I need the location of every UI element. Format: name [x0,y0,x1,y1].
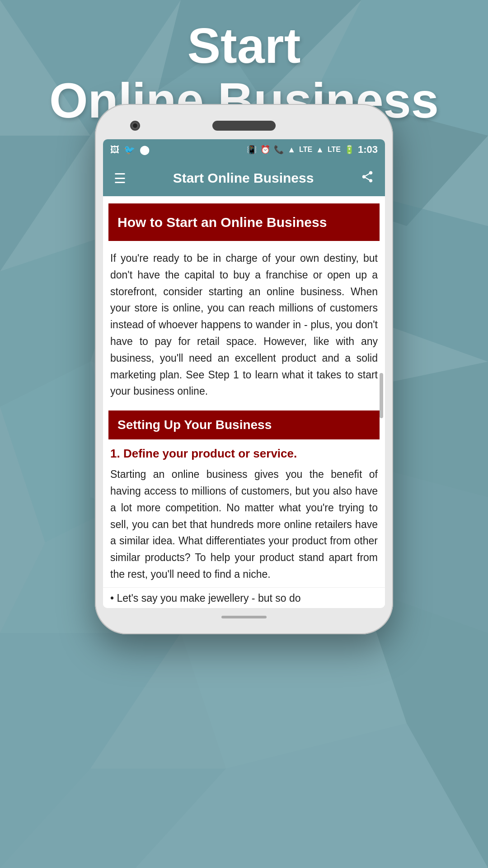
header-line1: Start [188,18,301,73]
article-main-heading: How to Start an Online Business [117,213,371,231]
camera [130,121,140,131]
step1-paragraph: Starting an online business gives you th… [110,466,378,583]
vibrate-icon: 📳 [247,145,257,155]
alarm-icon: ⏰ [260,145,270,155]
phone-screen: 🖼 🐦 ⬤ 📳 ⏰ 📞 ▲ LTE ▲ LTE 🔋 1:03 [103,139,385,608]
image-status-icon: 🖼 [110,145,119,155]
phone-outer-frame: 🖼 🐦 ⬤ 📳 ⏰ 📞 ▲ LTE ▲ LTE 🔋 1:03 [95,104,393,634]
app-bar: ☰ Start Online Business [103,160,385,196]
step1-body: Starting an online business gives you th… [103,464,385,587]
scrollbar-indicator[interactable] [380,373,383,418]
hamburger-menu-icon[interactable]: ☰ [114,170,126,186]
section-header: Setting Up Your Business [108,410,380,439]
intro-paragraph: If you're ready to be in charge of your … [110,250,378,400]
step1-header: 1. Define your product or service. [103,439,385,464]
lte2-label: LTE [328,146,341,154]
content-area: How to Start an Online Business If you'r… [103,203,385,608]
twitter-status-icon: 🐦 [124,144,135,155]
step1-heading: 1. Define your product or service. [110,447,297,460]
signal2-icon: ▲ [316,145,324,155]
status-bar-left: 🖼 🐦 ⬤ [110,144,150,155]
article-intro-text: If you're ready to be in charge of your … [103,241,385,404]
circle-status-icon: ⬤ [140,144,150,155]
app-bar-title: Start Online Business [173,170,314,186]
speaker [212,121,276,131]
step1-continuation: • Let's say you make jewellery - but so … [103,587,385,608]
camera-inner [133,123,137,128]
continuation-text: • Let's say you make jewellery - but so … [110,592,301,604]
status-time: 1:03 [358,144,378,156]
signal-icon: ▲ [287,145,296,155]
share-icon[interactable] [361,170,374,187]
phone-mockup: 🖼 🐦 ⬤ 📳 ⏰ 📞 ▲ LTE ▲ LTE 🔋 1:03 [95,104,393,634]
status-bar: 🖼 🐦 ⬤ 📳 ⏰ 📞 ▲ LTE ▲ LTE 🔋 1:03 [103,139,385,160]
section-title: Setting Up Your Business [117,418,371,432]
phone-bottom-bar [103,608,385,626]
home-indicator [221,616,267,618]
battery-icon: 🔋 [344,145,354,155]
article-main-header: How to Start an Online Business [108,203,380,241]
lte-label: LTE [299,146,312,154]
phone-top-bar [103,112,385,139]
call-icon: 📞 [274,145,284,155]
status-bar-right: 📳 ⏰ 📞 ▲ LTE ▲ LTE 🔋 1:03 [247,144,378,156]
